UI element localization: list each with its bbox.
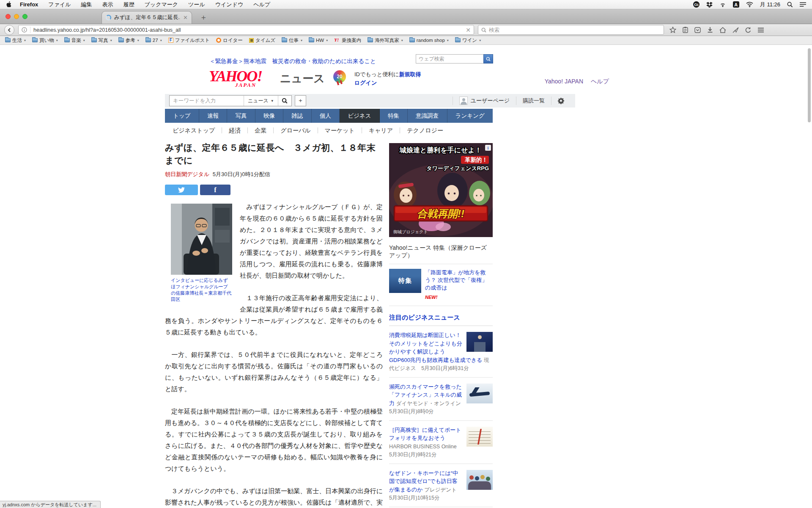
bookmark-item[interactable]: 参考 ▾	[118, 37, 139, 44]
apple-menu-icon[interactable]	[6, 1, 11, 8]
downloads-icon[interactable]	[707, 27, 713, 33]
subnav-item[interactable]: マーケット	[318, 127, 362, 133]
menubar-menu-item[interactable]: ツール	[188, 1, 205, 8]
bookmark-item[interactable]: 乗換案内 ▾	[334, 37, 361, 44]
subnav-item[interactable]: 企業	[247, 127, 273, 133]
nav-tab[interactable]: 個人	[312, 109, 340, 123]
nav-tab[interactable]: 特集	[380, 109, 408, 123]
bookmark-item[interactable]: ワイン ▾	[455, 37, 481, 44]
web-search-button[interactable]	[483, 54, 493, 64]
yahoo-japan-link[interactable]: Yahoo! JAPAN	[545, 78, 583, 86]
dropbox-icon[interactable]	[706, 2, 713, 8]
bookmark-item[interactable]: 27 ▾	[145, 38, 162, 43]
user-page-link[interactable]: ユーザーページ	[453, 97, 516, 105]
reader-clipboard-icon[interactable]	[683, 27, 688, 33]
home-icon[interactable]	[719, 27, 726, 33]
service-name[interactable]: ニュース	[280, 71, 325, 86]
help-link[interactable]: ヘルプ	[591, 78, 609, 86]
menubar-menu-item[interactable]: 編集	[81, 1, 92, 8]
zoom-window-button[interactable]	[22, 14, 27, 19]
yahoo-japan-logo[interactable]: YAHOO! JAPAN	[209, 68, 279, 90]
clear-url-icon[interactable]: ✕	[466, 27, 471, 33]
web-search-input[interactable]	[416, 54, 483, 64]
nav-tab[interactable]: 速報	[199, 109, 227, 123]
bookmark-item[interactable]: ファイルポスト ▾	[168, 37, 210, 44]
nav-tab[interactable]: 映像	[255, 109, 283, 123]
subnav-item[interactable]: ビジネストップ	[166, 127, 222, 133]
subnav-item[interactable]: 経済	[222, 127, 247, 133]
sync-icon[interactable]	[745, 27, 751, 33]
nav-tab[interactable]: ランキング	[447, 109, 493, 123]
spotlight-icon[interactable]	[787, 2, 793, 8]
menubar-app-name[interactable]: Firefox	[20, 1, 38, 8]
new-tab-button[interactable]: ＋	[200, 12, 207, 22]
browser-tab[interactable]: みずほ、定年６５歳に延長... ✕	[102, 11, 192, 24]
feature-title-link[interactable]: 「路面電車」が地方を救う？ 次世代型で「復権」の成否は	[425, 269, 487, 291]
search-scope-dropdown[interactable]: ニュース ▼	[244, 96, 278, 106]
pocket-icon[interactable]	[694, 27, 701, 33]
news-thumbnail[interactable]	[466, 384, 493, 403]
menubar-menu-item[interactable]: ヘルプ	[253, 1, 270, 8]
ad-banner[interactable]: 城娘達と勝利を手にせよ！ 革新的！ タワーディフェンスRPG 合戦再開!! 御城…	[389, 143, 493, 237]
subscriptions-link[interactable]: 購読一覧	[516, 97, 551, 105]
page-scrollbar-thumb[interactable]	[808, 48, 811, 122]
nav-tab[interactable]: 写真	[227, 109, 255, 123]
bookmark-item[interactable]: HW ▾	[309, 38, 328, 43]
nav-tab[interactable]: トップ	[165, 109, 199, 123]
bookmark-star-icon[interactable]	[669, 27, 676, 33]
login-link[interactable]: ログイン	[354, 80, 377, 86]
menubar-menu-item[interactable]: 表示	[102, 1, 113, 8]
signup-link[interactable]: 新規取得	[399, 71, 421, 77]
close-window-button[interactable]	[5, 14, 11, 19]
menubar-menu-item[interactable]: ブックマーク	[145, 1, 178, 8]
menubar-menu-item[interactable]: ファイル	[48, 1, 71, 8]
subnav-item[interactable]: テクノロジー	[400, 127, 450, 133]
media-source-link[interactable]: 朝日新聞デジタル	[165, 171, 209, 177]
address-bar[interactable]: ✕	[18, 25, 474, 35]
site-info-icon[interactable]	[22, 27, 27, 33]
facebook-share-button[interactable]: f	[200, 185, 230, 195]
bookmark-item[interactable]: ロイター ▾	[216, 37, 243, 44]
article-photo[interactable]	[171, 204, 232, 275]
menubar-menu-item[interactable]: 履歴	[123, 1, 134, 8]
tab-close-icon[interactable]: ✕	[183, 15, 188, 20]
subnav-item[interactable]: グローバル	[273, 127, 317, 133]
keyword-search-input[interactable]	[170, 96, 244, 106]
menubar-clock[interactable]: 月 11:26	[760, 1, 780, 8]
menubar-menu-item[interactable]: ウインドウ	[215, 1, 244, 8]
back-button[interactable]	[4, 25, 14, 35]
news-thumbnail[interactable]	[466, 470, 493, 490]
bookmark-item[interactable]: 仕事 ▾	[282, 37, 302, 44]
donation-link[interactable]: ＜緊急募金＞熊本地震 被災者の救命・救助のために出来ること	[209, 58, 376, 65]
settings-gear-button[interactable]	[551, 97, 571, 105]
nav-tab[interactable]: ビジネス	[340, 109, 380, 123]
news-search-button[interactable]	[278, 96, 291, 106]
add-search-tab-button[interactable]: ＋	[295, 95, 306, 106]
bookmark-item[interactable]: 買い物 ▾	[32, 37, 58, 44]
minimize-window-button[interactable]	[14, 14, 19, 19]
nav-tab[interactable]: 雑誌	[283, 109, 311, 123]
twitter-share-button[interactable]	[165, 185, 198, 195]
news-thumbnail[interactable]	[466, 427, 493, 447]
feature-thumbnail[interactable]: 特集	[389, 269, 421, 293]
bookmark-item[interactable]: 音楽 ▾	[64, 37, 85, 44]
wifi-icon[interactable]	[746, 2, 753, 7]
bookmark-item[interactable]: 海外写真家 ▾	[368, 37, 403, 44]
nav-tab[interactable]: 意識調査	[408, 109, 447, 123]
menu-hamburger-icon[interactable]	[757, 28, 764, 33]
bookmark-item[interactable]: random shop ▾	[409, 38, 449, 43]
bookmark-item[interactable]: 生活 ▾	[5, 37, 26, 44]
bookmark-item[interactable]: 写真 ▾	[91, 37, 112, 44]
input-source-icon[interactable]: A	[733, 1, 739, 8]
subnav-item[interactable]: キャリア	[362, 127, 400, 133]
url-input[interactable]	[33, 27, 463, 33]
bookmark-item[interactable]: タイムズ ▾	[249, 37, 275, 44]
browser-search-bar[interactable]	[478, 25, 664, 35]
news-title-link[interactable]: ［円高株安］に備えてポートフォリオを見なおそう	[389, 427, 461, 442]
feature-item[interactable]: 特集 「路面電車」が地方を救う？ 次世代型で「復権」の成否は NEW!	[389, 264, 493, 306]
notification-center-icon[interactable]	[800, 2, 806, 7]
news-thumbnail[interactable]	[466, 332, 493, 352]
photo-caption-link[interactable]: インタビューに応じるみずほフィナンシャルグループの佐藤康博社長＝東京都千代田区	[171, 277, 232, 303]
hotspot-icon[interactable]	[719, 2, 726, 7]
creative-cloud-icon[interactable]: Cc	[693, 1, 700, 8]
